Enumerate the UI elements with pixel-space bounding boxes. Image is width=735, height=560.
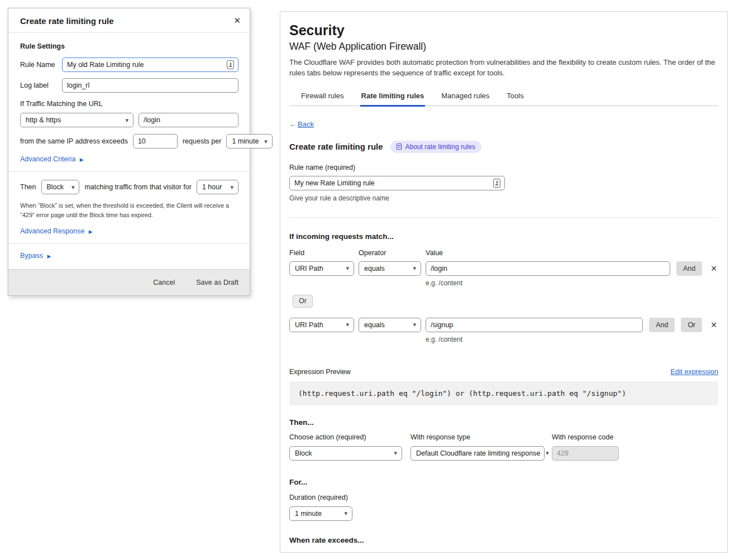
response-code-label: With response code (552, 433, 619, 441)
duration-label: Duration (required) (289, 494, 718, 501)
dropdown-caret-icon: ▾ (344, 510, 347, 516)
bypass-link[interactable]: Bypass ▶ (20, 252, 238, 260)
then-title: Then... (289, 418, 718, 427)
field-select[interactable]: URI Path ▾ (289, 318, 354, 332)
tab-tools[interactable]: Tools (505, 88, 524, 106)
page-title: Security (289, 22, 718, 39)
security-waf-panel: Security WAF (Web Application Firewall) … (280, 11, 728, 553)
operator-column-label: Operator (359, 249, 426, 257)
save-as-draft-button[interactable]: Save as Draft (196, 279, 238, 286)
dropdown-caret-icon: ▾ (71, 184, 75, 190)
threshold-prefix: from the same IP address exceeds (20, 137, 128, 145)
action-select[interactable]: Block ▾ (289, 446, 402, 461)
url-match-row: http & https ▾ (20, 113, 238, 127)
create-rate-limiting-rule-modal: Create rate limiting rule ✕ Rule Setting… (8, 8, 250, 296)
then-row: Then Block ▾ matching traffic from that … (20, 180, 238, 194)
back-link[interactable]: ← Back (289, 120, 314, 128)
rule-name-input[interactable] (289, 176, 505, 190)
rule-name-label: Rule Name (20, 61, 62, 69)
traffic-match-label: If Traffic Matching the URL (20, 100, 238, 108)
log-label-row: Log label (20, 78, 238, 93)
for-section: For... Duration (required) 1 minute ▾ (289, 478, 718, 521)
cancel-button[interactable]: Cancel (153, 279, 175, 286)
page-description: The Cloudflare WAF provides both automat… (289, 58, 718, 79)
then-section: Then... Choose action (required) Block ▾… (289, 418, 718, 461)
threshold-input[interactable] (133, 134, 178, 149)
and-button[interactable]: And (649, 318, 675, 332)
expression-preview-section: Expression Preview Edit expression (http… (289, 368, 718, 405)
response-type-label: With response type (411, 433, 552, 441)
then-mid-label: matching traffic from that visitor for (84, 183, 192, 191)
match-column-labels: Field Operator Value (289, 249, 718, 257)
rate-title: When rate exceeds... (289, 536, 718, 544)
duration-select[interactable]: 1 minute ▾ (289, 506, 352, 521)
response-code-input (552, 446, 619, 461)
rule-name-row: Rule Name (20, 58, 238, 72)
advanced-response-link[interactable]: Advanced Response ▶ (20, 227, 238, 235)
back-arrow-icon: ← (289, 120, 297, 128)
period-select[interactable]: 1 minute ▾ (226, 134, 272, 149)
action-select[interactable]: Block ▾ (41, 180, 80, 194)
remove-row-icon[interactable]: ✕ (709, 320, 718, 329)
tab-firewall-rules[interactable]: Firewall rules (300, 88, 345, 106)
url-input[interactable] (139, 113, 238, 127)
about-rate-limiting-badge[interactable]: About rate limiting rules (390, 141, 481, 153)
expand-arrow-icon: ▶ (80, 157, 84, 162)
operator-select[interactable]: equals ▾ (359, 261, 421, 276)
block-note: When “Block” is set, when the threshold … (20, 201, 238, 220)
block-duration-select[interactable]: 1 hour ▾ (197, 180, 238, 194)
incoming-requests-section: If incoming requests match... Field Oper… (289, 232, 718, 343)
threshold-mid: requests per (183, 137, 221, 145)
divider (8, 171, 250, 172)
dropdown-caret-icon: ▾ (125, 117, 128, 123)
rule-name-input[interactable] (62, 58, 238, 72)
dropdown-caret-icon: ▾ (413, 322, 416, 328)
edit-expression-link[interactable]: Edit expression (671, 368, 718, 376)
close-icon[interactable]: ✕ (233, 16, 241, 26)
input-keyboard-icon (493, 179, 500, 188)
threshold-row: from the same IP address exceeds request… (20, 134, 238, 149)
rate-exceeds-section: When rate exceeds... Requests (required)… (289, 536, 718, 553)
dropdown-caret-icon: ▾ (394, 450, 397, 456)
scheme-select[interactable]: http & https ▾ (20, 113, 133, 127)
operator-select[interactable]: equals ▾ (359, 318, 421, 332)
expression-code: (http.request.uri.path eq "/login") or (… (289, 381, 718, 405)
period-label: Period (required) (357, 552, 419, 553)
dropdown-caret-icon: ▾ (413, 265, 416, 271)
or-connector-button[interactable]: Or (293, 295, 313, 308)
remove-row-icon[interactable]: ✕ (709, 264, 718, 273)
value-input[interactable] (426, 318, 643, 332)
for-title: For... (289, 478, 718, 486)
expand-arrow-icon: ▶ (89, 229, 93, 234)
document-icon (397, 143, 402, 150)
dropdown-caret-icon: ▾ (546, 450, 549, 456)
log-label-input[interactable] (62, 78, 238, 93)
value-column-label: Value (426, 249, 443, 257)
rule-name-section: Rule name (required) Give your rule a de… (289, 164, 718, 202)
match-row-1: URI Path ▾ equals ▾ And ✕ (289, 261, 718, 276)
waf-tabs: Firewall rules Rate limiting rules Manag… (289, 88, 718, 106)
value-input[interactable] (426, 261, 670, 276)
field-select[interactable]: URI Path ▾ (289, 261, 354, 276)
match-row-2: URI Path ▾ equals ▾ And Or ✕ (289, 318, 718, 332)
then-label: Then (20, 183, 36, 191)
advanced-criteria-link[interactable]: Advanced Criteria ▶ (20, 155, 238, 163)
response-type-select[interactable]: Default Cloudflare rate limiting respons… (411, 446, 545, 461)
tab-managed-rules[interactable]: Managed rules (440, 88, 490, 106)
divider (289, 217, 718, 218)
or-button[interactable]: Or (681, 318, 702, 332)
dropdown-caret-icon: ▾ (264, 138, 268, 145)
expand-arrow-icon: ▶ (47, 253, 51, 259)
field-column-label: Field (289, 249, 359, 257)
tab-rate-limiting-rules[interactable]: Rate limiting rules (360, 88, 426, 107)
and-button[interactable]: And (676, 261, 702, 276)
modal-header: Create rate limiting rule ✕ (8, 8, 250, 33)
dropdown-caret-icon: ▾ (346, 322, 349, 328)
match-section-title: If incoming requests match... (289, 232, 718, 241)
divider (8, 243, 250, 244)
page-subtitle: WAF (Web Application Firewall) (289, 41, 718, 52)
log-label-label: Log label (20, 82, 62, 89)
input-keyboard-icon (227, 60, 234, 69)
rule-name-helper: Give your rule a descriptive name (289, 194, 718, 202)
requests-label: Requests (required) (289, 552, 351, 553)
